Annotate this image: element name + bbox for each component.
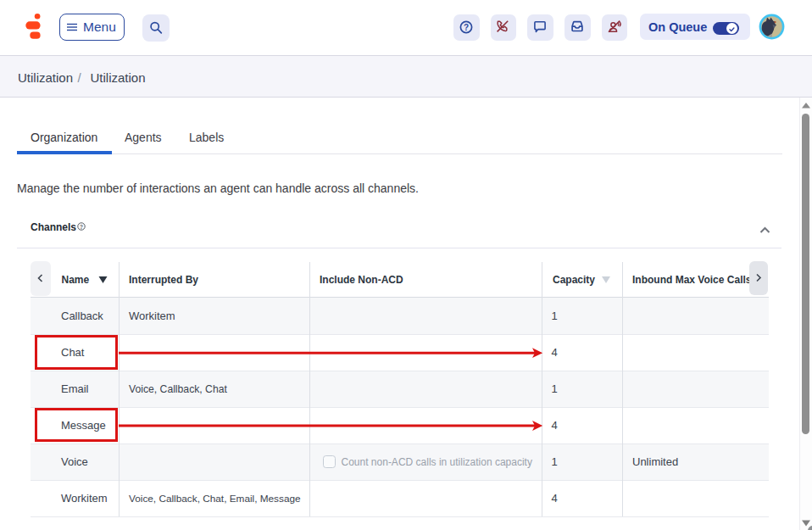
svg-text:?: ?	[80, 224, 83, 230]
svg-text:?: ?	[464, 23, 469, 32]
